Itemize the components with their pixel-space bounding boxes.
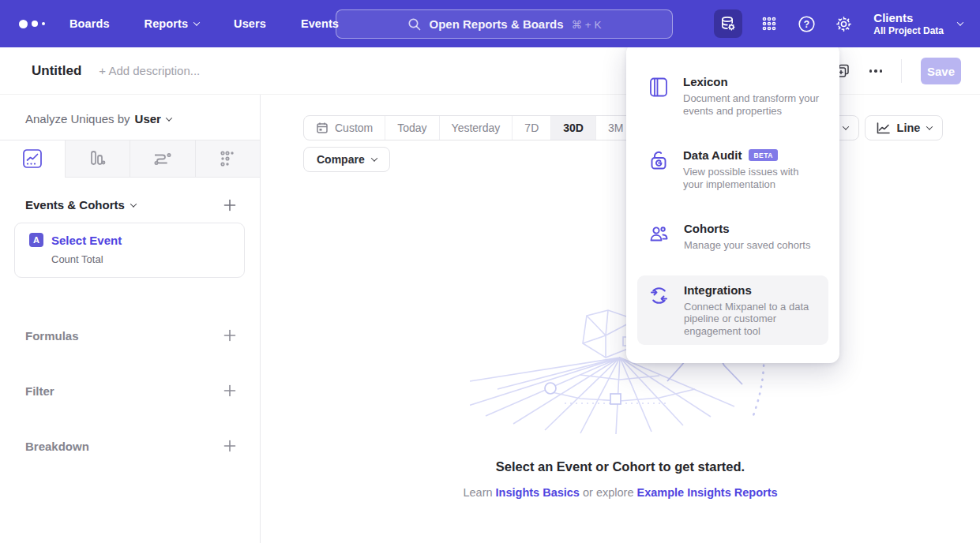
apps-grid-button[interactable] (759, 9, 779, 38)
add-description-field[interactable]: + Add description... (99, 64, 200, 77)
menu-title: Integrations (684, 283, 819, 297)
integrations-sync-icon (648, 283, 670, 338)
menu-description: Connect Mixpanel to a data pipeline or c… (684, 301, 819, 338)
project-scope: All Project Data (873, 25, 944, 37)
select-event-card[interactable]: A Select Event Count Total (14, 223, 245, 278)
bar-chart-icon (87, 148, 107, 169)
calendar-icon (316, 122, 329, 134)
menu-description: Manage your saved cohorts (684, 239, 810, 252)
lexicon-icon (648, 75, 669, 117)
flow-icon (152, 148, 174, 169)
event-letter-badge: A (29, 233, 43, 247)
menu-item-integrations[interactable]: Integrations Connect Mixpanel to a data … (637, 275, 828, 346)
menu-item-cohorts[interactable]: Cohorts Manage your saved cohorts (637, 214, 828, 260)
more-options-button[interactable] (869, 69, 883, 73)
tab-flow-chart[interactable] (130, 140, 195, 178)
nav-events[interactable]: Events (301, 17, 339, 30)
date-range-segmented-control: Custom Today Yesterday 7D 30D 3M 6M (303, 115, 676, 140)
line-chart-icon (22, 148, 43, 169)
project-name: Clients (873, 11, 944, 25)
data-management-button[interactable] (714, 9, 742, 38)
formulas-section-label: Formulas (25, 329, 79, 343)
divider (901, 59, 902, 83)
save-button[interactable]: Save (921, 58, 961, 84)
primary-nav: Boards Reports Users Events (69, 17, 339, 30)
chart-type-tabs (0, 140, 260, 178)
chart-canvas-area: Custom Today Yesterday 7D 30D 3M 6M Comp… (261, 95, 980, 543)
chevron-down-icon (370, 155, 377, 161)
breakdown-section-label: Breakdown (25, 440, 89, 453)
menu-item-lexicon[interactable]: Lexicon Document and transform your even… (637, 67, 828, 125)
menu-description: View possible issues with your implement… (683, 166, 819, 190)
tab-line-chart[interactable] (0, 140, 65, 178)
empty-state: Select an Event or Cohort to get started… (261, 459, 980, 499)
database-gear-icon (719, 15, 737, 32)
or-explore-text: or explore (583, 486, 633, 499)
insights-basics-link[interactable]: Insights Basics (496, 486, 580, 499)
tab-metric-chart[interactable] (195, 140, 261, 178)
range-yesterday[interactable]: Yesterday (439, 116, 513, 140)
add-breakdown-button[interactable] (223, 440, 236, 452)
global-search[interactable]: Open Reports & Boards ⌘ + K (336, 9, 673, 39)
chevron-down-icon (957, 19, 963, 25)
analyze-prefix-label: Analyze Uniques by (25, 112, 130, 125)
mixpanel-logo[interactable] (19, 20, 54, 28)
range-30d-selected[interactable]: 30D (550, 116, 595, 140)
nav-users[interactable]: Users (234, 17, 266, 30)
chevron-down-icon (843, 123, 849, 129)
svg-text:?: ? (804, 18, 809, 29)
grid-dots-icon (761, 16, 777, 32)
compare-dropdown[interactable]: Compare (303, 147, 390, 172)
menu-title: Cohorts (684, 222, 810, 235)
beta-badge: BETA (749, 149, 778, 161)
menu-item-data-audit[interactable]: Data Audit BETA View possible issues wit… (637, 140, 828, 198)
example-reports-link[interactable]: Example Insights Reports (636, 486, 777, 499)
gear-icon (835, 15, 853, 33)
add-filter-button[interactable] (223, 384, 236, 397)
add-formula-button[interactable] (223, 329, 236, 342)
filter-section-label: Filter (25, 384, 54, 398)
nav-reports[interactable]: Reports (145, 17, 200, 30)
menu-title: Lexicon (683, 75, 819, 88)
nav-boards[interactable]: Boards (69, 17, 110, 30)
menu-title: Data Audit (683, 148, 742, 162)
chart-style-dropdown[interactable]: Line (865, 115, 943, 140)
range-today[interactable]: Today (385, 116, 438, 140)
data-management-menu: Lexicon Document and transform your even… (626, 43, 839, 363)
count-total-label[interactable]: Count Total (51, 253, 244, 265)
report-title[interactable]: Untitled (32, 63, 81, 79)
learn-prefix: Learn (463, 486, 492, 499)
select-event-label[interactable]: Select Event (51, 234, 122, 247)
range-custom[interactable]: Custom (304, 116, 385, 140)
analyze-value-dropdown[interactable]: User (135, 112, 171, 125)
cohorts-people-icon (648, 222, 670, 252)
query-builder-sidebar: Analyze Uniques by User (0, 95, 261, 543)
nav-right-cluster: ? Clients All Project Data (714, 0, 980, 47)
menu-description: Document and transform your events and p… (683, 92, 819, 117)
tab-bar-chart[interactable] (65, 140, 130, 178)
empty-state-title: Select an Event or Cohort to get started… (261, 459, 980, 474)
settings-button[interactable] (833, 9, 854, 38)
help-button[interactable]: ? (796, 9, 817, 38)
top-navigation-bar: Boards Reports Users Events Open Reports… (0, 0, 980, 47)
mixpanel-insights-app: Boards Reports Users Events Open Reports… (0, 0, 980, 543)
help-icon: ? (798, 15, 816, 33)
events-cohorts-header[interactable]: Events & Cohorts (25, 198, 136, 212)
chevron-down-icon (926, 123, 933, 129)
chevron-down-icon (166, 114, 172, 121)
chevron-down-icon (130, 200, 137, 207)
add-event-button[interactable] (223, 199, 236, 212)
search-label: Open Reports & Boards (430, 17, 564, 31)
range-7d[interactable]: 7D (512, 116, 550, 140)
chevron-down-icon (193, 19, 200, 25)
data-audit-lock-icon (648, 148, 669, 190)
line-style-icon (876, 122, 891, 135)
analyze-uniques-control: Analyze Uniques by User (25, 112, 260, 125)
project-selector[interactable]: Clients All Project Data (873, 11, 963, 37)
search-icon (407, 17, 422, 32)
search-shortcut: ⌘ + K (572, 18, 602, 31)
dots-grid-icon (218, 149, 237, 168)
